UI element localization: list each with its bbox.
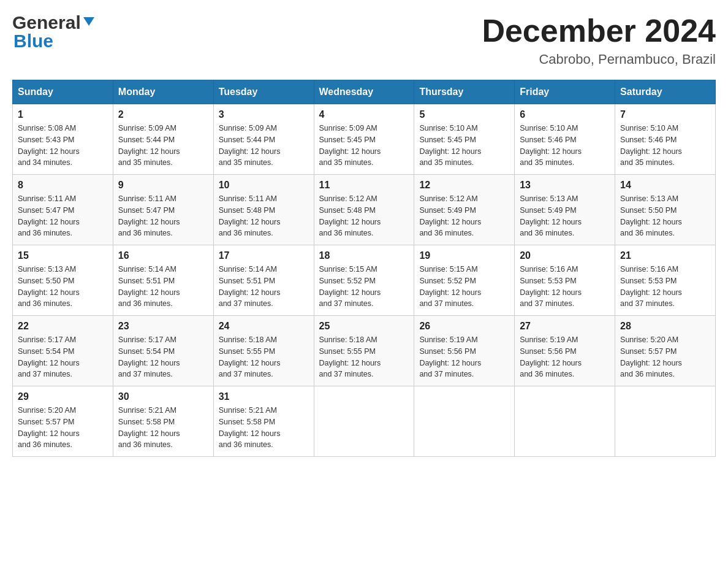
day-number: 1 [18,109,108,120]
day-info: Sunrise: 5:12 AMSunset: 5:49 PMDaylight:… [419,193,509,239]
logo: General Blue [12,12,96,52]
day-info: Sunrise: 5:20 AMSunset: 5:57 PMDaylight:… [620,334,710,380]
calendar-week-row: 8Sunrise: 5:11 AMSunset: 5:47 PMDaylight… [13,175,716,245]
calendar-cell: 6Sunrise: 5:10 AMSunset: 5:46 PMDaylight… [515,104,615,175]
calendar-week-row: 1Sunrise: 5:08 AMSunset: 5:43 PMDaylight… [13,104,716,175]
day-number: 31 [219,391,309,402]
page-header: General Blue December 2024 Cabrobo, Pern… [12,12,716,67]
day-info: Sunrise: 5:10 AMSunset: 5:45 PMDaylight:… [419,123,509,169]
day-info: Sunrise: 5:12 AMSunset: 5:48 PMDaylight:… [319,193,409,239]
day-info: Sunrise: 5:09 AMSunset: 5:44 PMDaylight:… [118,123,208,169]
calendar-cell: 1Sunrise: 5:08 AMSunset: 5:43 PMDaylight… [13,104,113,175]
calendar-cell: 22Sunrise: 5:17 AMSunset: 5:54 PMDayligh… [13,316,113,386]
day-number: 13 [520,180,610,191]
day-number: 3 [219,109,309,120]
calendar-cell: 15Sunrise: 5:13 AMSunset: 5:50 PMDayligh… [13,245,113,316]
day-info: Sunrise: 5:18 AMSunset: 5:55 PMDaylight:… [219,334,309,380]
day-info: Sunrise: 5:09 AMSunset: 5:44 PMDaylight:… [219,123,309,169]
day-info: Sunrise: 5:20 AMSunset: 5:57 PMDaylight:… [18,405,108,451]
day-info: Sunrise: 5:09 AMSunset: 5:45 PMDaylight:… [319,123,409,169]
calendar-cell: 28Sunrise: 5:20 AMSunset: 5:57 PMDayligh… [615,316,716,386]
calendar-cell: 16Sunrise: 5:14 AMSunset: 5:51 PMDayligh… [113,245,213,316]
day-info: Sunrise: 5:16 AMSunset: 5:53 PMDaylight:… [520,264,610,310]
calendar-cell: 9Sunrise: 5:11 AMSunset: 5:47 PMDaylight… [113,175,213,245]
calendar-cell: 14Sunrise: 5:13 AMSunset: 5:50 PMDayligh… [615,175,716,245]
day-info: Sunrise: 5:17 AMSunset: 5:54 PMDaylight:… [18,334,108,380]
day-number: 19 [419,250,509,261]
day-number: 12 [419,180,509,191]
header-sunday: Sunday [13,80,113,104]
calendar-cell [414,386,515,457]
day-info: Sunrise: 5:11 AMSunset: 5:47 PMDaylight:… [18,193,108,239]
calendar-cell: 10Sunrise: 5:11 AMSunset: 5:48 PMDayligh… [213,175,314,245]
day-number: 2 [118,109,208,120]
day-info: Sunrise: 5:21 AMSunset: 5:58 PMDaylight:… [118,405,208,451]
day-number: 24 [219,321,309,332]
calendar-table: Sunday Monday Tuesday Wednesday Thursday… [12,80,716,457]
day-number: 23 [118,321,208,332]
day-number: 8 [18,180,108,191]
calendar-cell: 23Sunrise: 5:17 AMSunset: 5:54 PMDayligh… [113,316,213,386]
day-info: Sunrise: 5:18 AMSunset: 5:55 PMDaylight:… [319,334,409,380]
calendar-cell: 29Sunrise: 5:20 AMSunset: 5:57 PMDayligh… [13,386,113,457]
day-info: Sunrise: 5:11 AMSunset: 5:48 PMDaylight:… [219,193,309,239]
day-info: Sunrise: 5:14 AMSunset: 5:51 PMDaylight:… [219,264,309,310]
logo-blue-text: Blue [13,31,53,52]
day-number: 16 [118,250,208,261]
calendar-cell: 26Sunrise: 5:19 AMSunset: 5:56 PMDayligh… [414,316,515,386]
day-info: Sunrise: 5:10 AMSunset: 5:46 PMDaylight:… [520,123,610,169]
svg-marker-0 [83,17,94,26]
calendar-cell: 20Sunrise: 5:16 AMSunset: 5:53 PMDayligh… [515,245,615,316]
calendar-cell: 31Sunrise: 5:21 AMSunset: 5:58 PMDayligh… [213,386,314,457]
day-info: Sunrise: 5:19 AMSunset: 5:56 PMDaylight:… [419,334,509,380]
day-number: 29 [18,391,108,402]
calendar-cell: 25Sunrise: 5:18 AMSunset: 5:55 PMDayligh… [314,316,414,386]
day-number: 20 [520,250,610,261]
day-number: 17 [219,250,309,261]
day-info: Sunrise: 5:17 AMSunset: 5:54 PMDaylight:… [118,334,208,380]
calendar-cell: 24Sunrise: 5:18 AMSunset: 5:55 PMDayligh… [213,316,314,386]
day-info: Sunrise: 5:11 AMSunset: 5:47 PMDaylight:… [118,193,208,239]
day-info: Sunrise: 5:08 AMSunset: 5:43 PMDaylight:… [18,123,108,169]
day-number: 9 [118,180,208,191]
day-info: Sunrise: 5:10 AMSunset: 5:46 PMDaylight:… [620,123,710,169]
day-number: 6 [520,109,610,120]
calendar-cell: 8Sunrise: 5:11 AMSunset: 5:47 PMDaylight… [13,175,113,245]
header-friday: Friday [515,80,615,104]
day-info: Sunrise: 5:19 AMSunset: 5:56 PMDaylight:… [520,334,610,380]
calendar-cell: 18Sunrise: 5:15 AMSunset: 5:52 PMDayligh… [314,245,414,316]
day-number: 26 [419,321,509,332]
day-info: Sunrise: 5:13 AMSunset: 5:49 PMDaylight:… [520,193,610,239]
calendar-cell: 19Sunrise: 5:15 AMSunset: 5:52 PMDayligh… [414,245,515,316]
calendar-cell: 12Sunrise: 5:12 AMSunset: 5:49 PMDayligh… [414,175,515,245]
day-info: Sunrise: 5:13 AMSunset: 5:50 PMDaylight:… [18,264,108,310]
day-info: Sunrise: 5:15 AMSunset: 5:52 PMDaylight:… [319,264,409,310]
calendar-week-row: 22Sunrise: 5:17 AMSunset: 5:54 PMDayligh… [13,316,716,386]
location-subtitle: Cabrobo, Pernambuco, Brazil [482,52,716,67]
logo-arrow-icon [82,15,96,31]
calendar-week-row: 29Sunrise: 5:20 AMSunset: 5:57 PMDayligh… [13,386,716,457]
day-info: Sunrise: 5:21 AMSunset: 5:58 PMDaylight:… [219,405,309,451]
day-info: Sunrise: 5:14 AMSunset: 5:51 PMDaylight:… [118,264,208,310]
day-number: 27 [520,321,610,332]
header-saturday: Saturday [615,80,716,104]
month-title: December 2024 [482,12,716,49]
day-number: 15 [18,250,108,261]
day-number: 11 [319,180,409,191]
calendar-cell: 4Sunrise: 5:09 AMSunset: 5:45 PMDaylight… [314,104,414,175]
calendar-cell: 21Sunrise: 5:16 AMSunset: 5:53 PMDayligh… [615,245,716,316]
calendar-cell [515,386,615,457]
day-number: 28 [620,321,710,332]
day-number: 7 [620,109,710,120]
calendar-cell: 13Sunrise: 5:13 AMSunset: 5:49 PMDayligh… [515,175,615,245]
day-number: 10 [219,180,309,191]
day-number: 25 [319,321,409,332]
day-info: Sunrise: 5:16 AMSunset: 5:53 PMDaylight:… [620,264,710,310]
day-number: 5 [419,109,509,120]
header-monday: Monday [113,80,213,104]
logo-general-text: General [12,12,81,33]
day-info: Sunrise: 5:13 AMSunset: 5:50 PMDaylight:… [620,193,710,239]
header-wednesday: Wednesday [314,80,414,104]
day-number: 21 [620,250,710,261]
day-number: 14 [620,180,710,191]
